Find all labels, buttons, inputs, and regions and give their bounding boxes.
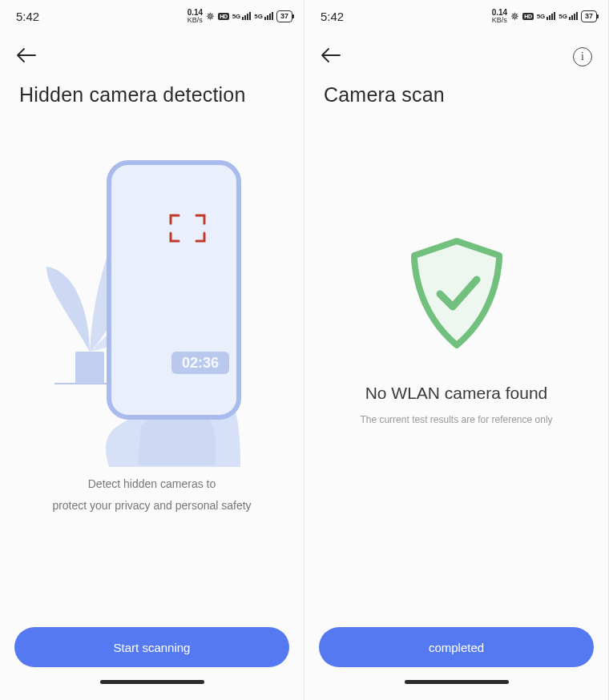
page-title: Camera scan [304,72,608,107]
info-icon[interactable]: i [573,47,592,66]
hd-badge: HD [522,13,534,20]
gesture-bar[interactable] [100,680,204,684]
status-bar: 5:42 0.14KB/s ✵ HD 5G 5G 37 [304,0,608,27]
illustration-clock: 02:36 [181,355,218,371]
battery-indicator: 37 [581,10,597,22]
signal-1: 5G [537,12,556,20]
status-kbs: 0.14KB/s [188,9,203,24]
svg-rect-1 [75,352,104,384]
result-subtext: The current test results are for referen… [360,414,552,425]
header: i [304,27,608,72]
gesture-bar[interactable] [405,680,509,684]
bluetooth-icon: ✵ [206,10,215,22]
content-area: 02:36 Detect hidden cameras to protect y… [0,107,304,700]
svg-rect-2 [109,163,239,417]
status-indicators: 0.14KB/s ✵ HD 5G 5G 37 [188,9,292,24]
result-title: No WLAN camera found [365,384,548,403]
status-kbs: 0.14KB/s [492,9,507,24]
status-indicators: 0.14KB/s ✵ HD 5G 5G 37 [492,9,597,24]
signal-2: 5G [254,12,273,20]
status-time: 5:42 [16,10,39,23]
status-bar: 5:42 0.14KB/s ✵ HD 5G 5G 37 [0,0,304,27]
signal-2: 5G [559,12,578,20]
screen-detection: 5:42 0.14KB/s ✵ HD 5G 5G 37 Hidden camer… [0,0,304,700]
back-arrow-icon[interactable] [16,47,37,66]
header [0,27,304,72]
signal-1: 5G [232,12,252,20]
hd-badge: HD [218,13,229,20]
caption-text: Detect hidden cameras to protect your pr… [52,473,251,516]
battery-indicator: 37 [276,10,292,22]
back-arrow-icon[interactable] [321,47,341,66]
page-title: Hidden camera detection [0,72,304,107]
completed-button[interactable]: completed [319,627,594,667]
start-scanning-button[interactable]: Start scanning [14,627,289,667]
content-area: No WLAN camera found The current test re… [304,107,608,700]
phone-scan-illustration: 02:36 [32,147,272,467]
bluetooth-icon: ✵ [510,10,519,22]
bottom-area: completed [304,627,608,684]
screen-result: 5:42 0.14KB/s ✵ HD 5G 5G 37 i Camera sca… [304,0,609,700]
status-time: 5:42 [321,10,344,23]
shield-check-icon [405,235,509,358]
bottom-area: Start scanning [0,627,304,684]
